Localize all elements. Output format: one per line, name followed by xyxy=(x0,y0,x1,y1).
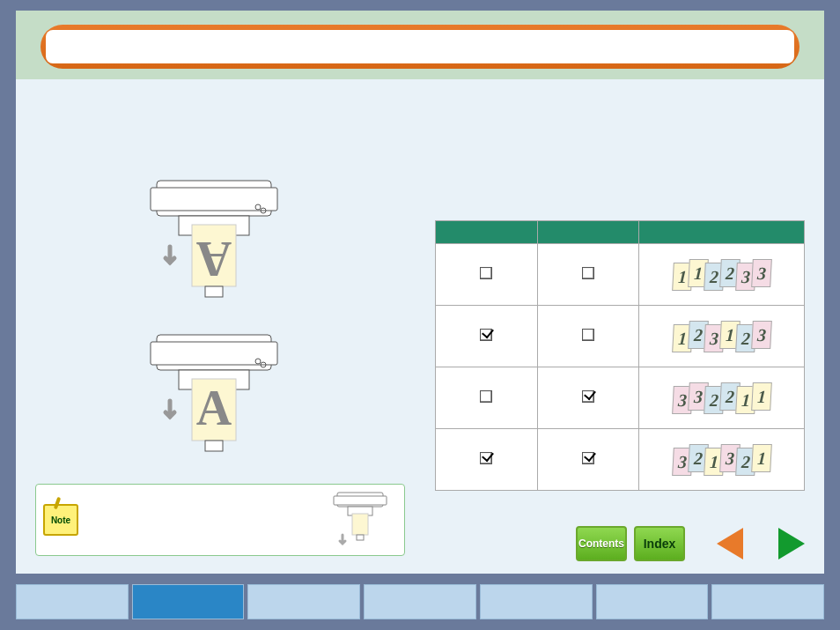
checkbox-col1[interactable] xyxy=(480,452,492,464)
table-row: 123123 xyxy=(436,306,805,367)
sheet-stack: 332211 xyxy=(645,384,803,412)
note-label: Note xyxy=(51,515,70,525)
bottom-tab[interactable] xyxy=(247,584,360,619)
printer-diagram-face-down: A xyxy=(144,172,284,330)
forward-button[interactable] xyxy=(778,528,805,560)
table-row: 321321 xyxy=(436,429,805,491)
svg-rect-17 xyxy=(352,514,368,535)
sheet-stack: 123123 xyxy=(645,322,803,351)
title-bar xyxy=(41,25,799,69)
svg-rect-1 xyxy=(151,188,277,211)
sheet-page: 1 xyxy=(751,444,772,472)
sheet-stack: 112233 xyxy=(645,261,803,289)
table-header-col1 xyxy=(436,221,538,244)
note-box: Note xyxy=(35,484,405,556)
checkbox-col2[interactable] xyxy=(582,452,594,464)
svg-rect-13 xyxy=(205,441,223,451)
table-row: 112233 xyxy=(436,244,805,306)
svg-rect-6 xyxy=(205,286,223,297)
nav-bar: Contents Index xyxy=(576,526,805,561)
bottom-tab[interactable] xyxy=(132,584,245,619)
svg-rect-15 xyxy=(334,496,387,505)
bottom-tab[interactable] xyxy=(16,584,129,619)
back-button[interactable] xyxy=(717,528,743,560)
sheet-page: 3 xyxy=(751,321,772,349)
svg-rect-8 xyxy=(151,342,277,365)
checkbox-col1[interactable] xyxy=(480,390,492,403)
index-button[interactable]: Index xyxy=(634,526,685,561)
checkbox-col1[interactable] xyxy=(480,329,492,341)
bottom-tab[interactable] xyxy=(596,584,709,619)
bottom-tab[interactable] xyxy=(480,584,593,619)
checkbox-col2[interactable] xyxy=(582,390,594,403)
bottom-tab-strip xyxy=(16,584,824,619)
sheet-page: 1 xyxy=(751,382,772,411)
checkbox-col2[interactable] xyxy=(582,329,594,341)
sheet-stack: 321321 xyxy=(645,446,803,474)
orientation-letter: A xyxy=(195,232,232,286)
mini-printer-icon xyxy=(332,489,388,552)
output-order-table: 112233123123332211321321 xyxy=(435,220,805,491)
printer-diagram-face-up: A xyxy=(144,326,284,485)
sheet-page: 3 xyxy=(751,259,772,287)
table-row: 332211 xyxy=(436,367,805,429)
table-header-col3 xyxy=(639,221,805,244)
checkbox-col2[interactable] xyxy=(582,267,594,279)
table-header-col2 xyxy=(537,221,639,244)
orientation-letter: A xyxy=(196,381,232,435)
svg-rect-18 xyxy=(357,535,364,540)
contents-button[interactable]: Contents xyxy=(576,526,627,561)
note-icon: Note xyxy=(43,504,78,536)
checkbox-col1[interactable] xyxy=(480,267,492,279)
bottom-tab[interactable] xyxy=(711,584,824,619)
bottom-tab[interactable] xyxy=(364,584,476,619)
title-text xyxy=(46,30,794,63)
content-panel: A A Note xyxy=(16,79,824,574)
